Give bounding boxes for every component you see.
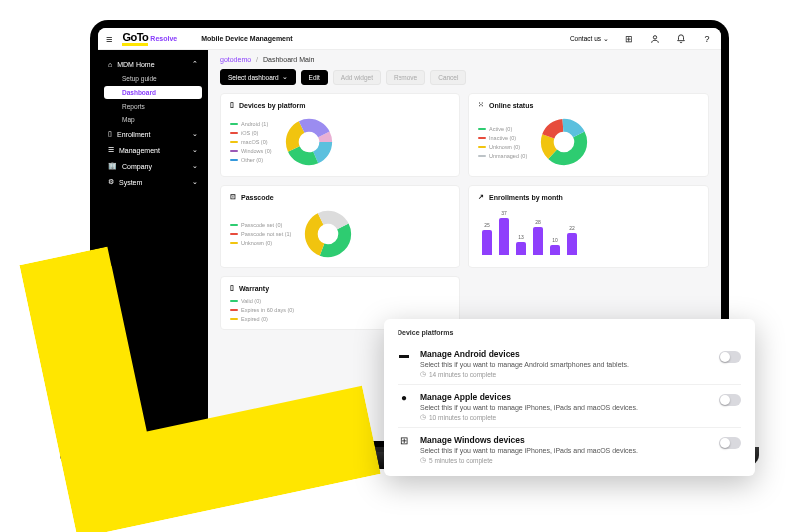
legend-item: Other (0) <box>230 157 272 163</box>
cancel-button[interactable]: Cancel <box>430 70 466 85</box>
breadcrumb: gotodemo / Dashboard Main <box>208 50 721 65</box>
breadcrumb-current: Dashboard Main <box>263 56 314 63</box>
brand-logo[interactable]: GoTo Resolve <box>122 31 177 46</box>
platform-toggle[interactable] <box>719 437 741 449</box>
brand-sub: Resolve <box>150 35 177 42</box>
sidebar-item-mdm-home[interactable]: ⌂MDM Home ⌃ <box>98 56 208 72</box>
page-title: Mobile Device Management <box>201 35 292 42</box>
chevron-down-icon: ⌄ <box>192 146 198 154</box>
help-icon[interactable]: ? <box>701 33 713 45</box>
donut-chart <box>282 115 336 169</box>
platform-title: Manage Android devices <box>420 349 710 359</box>
legend-item: Android (1) <box>230 121 272 127</box>
user-icon[interactable] <box>649 33 661 45</box>
clock-icon: ◷ <box>420 456 426 464</box>
remove-button[interactable]: Remove <box>386 70 425 85</box>
sidebar-item-enrollment[interactable]: ▯Enrollment ⌄ <box>98 126 208 142</box>
platform-toggle[interactable] <box>719 394 741 406</box>
platform-desc: Select this if you want to manage Androi… <box>420 361 710 368</box>
platform-desc: Select this if you want to manage iPhone… <box>420 447 710 454</box>
sidebar-item-system[interactable]: ⚙System ⌄ <box>98 174 208 190</box>
android-icon: ▬ <box>398 349 411 378</box>
platform-title: Manage Apple devices <box>420 392 710 402</box>
apps-grid-icon[interactable]: ⊞ <box>623 33 635 45</box>
sidebar-sub-setup-guide[interactable]: Setup guide <box>98 72 208 85</box>
edit-button[interactable]: Edit <box>301 70 328 85</box>
add-widget-button[interactable]: Add widget <box>333 70 381 85</box>
breadcrumb-root[interactable]: gotodemo <box>220 56 251 63</box>
chevron-down-icon: ⌄ <box>603 35 609 43</box>
donut-chart <box>537 115 591 169</box>
decorative-l-shape <box>19 201 380 532</box>
panel-heading: Device platforms <box>398 329 741 336</box>
dashboard-toolbar: Select dashboard⌄ Edit Add widget Remove… <box>208 65 721 93</box>
platform-row[interactable]: ⊞Manage Windows devicesSelect this if yo… <box>398 427 741 470</box>
legend-item: Inactive (0) <box>478 135 527 141</box>
legend: Android (1)iOS (0)macOS (0)Windows (0)Ot… <box>230 121 272 163</box>
platform-title: Manage Windows devices <box>420 435 710 445</box>
legend-item: Unknown (0) <box>478 144 527 150</box>
home-icon: ⌂ <box>108 61 112 68</box>
svg-point-0 <box>653 35 656 38</box>
chevron-down-icon: ⌄ <box>282 73 288 81</box>
legend-item: iOS (0) <box>230 130 272 136</box>
legend: Active (0)Inactive (0)Unknown (0)Unmanag… <box>478 126 527 159</box>
card-enrollments: ↗Enrollments by month 253713281022 <box>468 185 709 268</box>
card-devices-by-platform: ▯Devices by platform Android (1)iOS (0)m… <box>220 93 460 177</box>
legend-item: Unmanaged (0) <box>478 153 527 159</box>
legend-item: Active (0) <box>478 126 527 132</box>
building-icon: 🏢 <box>108 162 117 170</box>
chevron-down-icon: ⌄ <box>192 178 198 186</box>
apple-icon: ● <box>398 392 411 421</box>
sidebar-item-management[interactable]: ☰Management ⌄ <box>98 142 208 158</box>
device-platforms-panel: Device platforms ▬Manage Android devices… <box>384 319 755 476</box>
contact-link[interactable]: Contact us⌄ <box>570 35 609 43</box>
svg-marker-13 <box>19 201 380 532</box>
passcode-icon: ⊡ <box>230 193 236 201</box>
clock-icon: ◷ <box>420 370 426 378</box>
chevron-down-icon: ⌄ <box>192 162 198 170</box>
bar-chart: 253713281022 <box>478 207 699 255</box>
signal-icon: ⁙ <box>478 101 484 109</box>
platform-row[interactable]: ●Manage Apple devicesSelect this if you … <box>398 384 741 427</box>
clock-icon: ◷ <box>420 413 426 421</box>
platform-row[interactable]: ▬Manage Android devicesSelect this if yo… <box>398 342 741 384</box>
sliders-icon: ☰ <box>108 146 114 154</box>
platform-desc: Select this if you want to manage iPhone… <box>420 404 710 411</box>
sidebar-item-company[interactable]: 🏢Company ⌄ <box>98 158 208 174</box>
menu-icon[interactable]: ≡ <box>106 33 112 45</box>
sidebar-sub-map[interactable]: Map <box>98 113 208 126</box>
gear-icon: ⚙ <box>108 178 114 186</box>
legend-item: Windows (0) <box>230 148 272 154</box>
bell-icon[interactable] <box>675 33 687 45</box>
card-online-status: ⁙Online status Active (0)Inactive (0)Unk… <box>468 93 709 177</box>
phone-icon: ▯ <box>230 101 234 109</box>
topbar: ≡ GoTo Resolve Mobile Device Management … <box>98 28 721 50</box>
trend-icon: ↗ <box>478 193 484 201</box>
platform-toggle[interactable] <box>719 351 741 363</box>
sidebar-sub-reports[interactable]: Reports <box>98 100 208 113</box>
platform-time: ◷14 minutes to complete <box>420 370 710 378</box>
sidebar-sub-dashboard[interactable]: Dashboard <box>104 86 202 99</box>
brand-main: GoTo <box>122 31 148 46</box>
platform-time: ◷10 minutes to complete <box>420 413 710 421</box>
phone-icon: ▯ <box>108 130 112 138</box>
platform-time: ◷5 minutes to complete <box>420 456 710 464</box>
select-dashboard-button[interactable]: Select dashboard⌄ <box>220 69 296 85</box>
windows-icon: ⊞ <box>398 435 411 464</box>
legend-item: macOS (0) <box>230 139 272 145</box>
chevron-up-icon: ⌃ <box>192 60 198 68</box>
chevron-down-icon: ⌄ <box>192 130 198 138</box>
